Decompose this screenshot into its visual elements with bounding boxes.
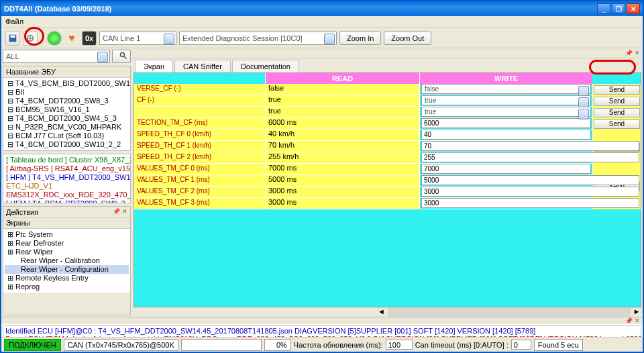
ecu-item[interactable]: ⊟ T4_VS_BCM_BIS_DDT2000_SW13_1 — [5, 79, 129, 88]
param-write-input[interactable] — [421, 198, 639, 208]
param-read: false — [265, 84, 419, 95]
param-row: VALUES_TM_CF 0 (ms)7000 msSend — [134, 164, 641, 175]
hex-mode-icon[interactable]: 0x — [82, 31, 97, 46]
session-item[interactable]: [ Airbag-SRS ] RSAT4_ACU_eng_v15 — [5, 164, 129, 173]
session-item[interactable]: [ HFM ] T4_VS_HFM_DDT2000_SW14.45 — [5, 173, 129, 182]
param-read: 5000 ms — [265, 175, 419, 186]
minimize-button[interactable]: _ — [597, 3, 610, 14]
param-write-combo[interactable]: false — [421, 84, 591, 94]
send-button[interactable]: Send — [594, 108, 640, 117]
session-list[interactable]: [ Tableau de bord ] Cluster X98_X87_X82_… — [3, 154, 130, 203]
timeout-label: Can timeout (ms) [0:AUTO] : — [415, 341, 508, 349]
send-button[interactable]: Send — [594, 97, 640, 106]
save-icon[interactable] — [5, 31, 20, 46]
zoom-out-button[interactable]: Zoom Out — [384, 32, 431, 45]
param-row: VALUES_TM_CF 3 (ms)3000 ms — [134, 198, 641, 209]
param-label: SPEED_TH_CF 0 (km/h) — [134, 130, 265, 140]
ecu-item[interactable]: ⊟ BII — [5, 88, 129, 97]
action-item[interactable]: ⊞ Ptc System — [5, 230, 129, 239]
session-select[interactable]: Extended Diagnostic Session [10C0] — [179, 32, 337, 45]
ecu-list-header: Название ЭБУ — [6, 68, 56, 76]
session-item[interactable]: [ HFM ] T4_BCM_DDT2000_SW8_3 — [5, 199, 129, 203]
param-write-cell — [419, 198, 641, 209]
heart-icon[interactable]: ♥ — [64, 31, 79, 46]
tab-documentation[interactable]: Documentation — [232, 60, 299, 72]
param-label: VALUES_TM_CF 1 (ms) — [134, 175, 265, 186]
action-item[interactable]: ⊞ Reprog — [5, 283, 129, 291]
left-sidebar: ALL Название ЭБУ ⊟ T4_VS_BCM_BIS_DDT2000… — [1, 48, 132, 317]
scan-ecu-icon[interactable] — [23, 31, 38, 46]
action-item[interactable]: Rear Wiper - Configuration — [5, 265, 129, 274]
ecu-item[interactable]: ⊟ T4_BCM_DDT2000_SW10_2_2 — [5, 140, 129, 149]
param-write-input[interactable] — [421, 187, 639, 197]
param-row: VERSE_CF (-)falsefalseSend — [134, 84, 641, 95]
session-item[interactable]: EMS312X_RDC_xxx_RDE_320_470_5C0_600_760_… — [5, 191, 129, 199]
ecu-item[interactable]: ⊟ BCM J77 CLot (Soft 10.03) — [5, 132, 129, 140]
action-tree[interactable]: ⊞ Ptc System⊞ Rear Defroster⊞ Rear Wiper… — [3, 229, 130, 293]
menubar: Файл — [1, 16, 643, 28]
send-button[interactable]: Send — [594, 85, 640, 95]
param-read: 40 km/h — [265, 130, 419, 140]
bus-select[interactable]: CAN Line 1 — [99, 32, 176, 45]
svg-rect-1 — [11, 35, 15, 38]
action-item[interactable]: ⊞ Rear Defroster — [5, 239, 129, 248]
param-read: true — [265, 107, 419, 117]
session-item[interactable]: [ Tableau de bord ] Cluster X98_X87_X82_… — [5, 156, 129, 164]
param-write-input[interactable] — [421, 175, 639, 185]
status-progress: 0% — [264, 339, 291, 351]
param-label: SPEED_TH_CF 2 (km/h) — [134, 152, 265, 163]
action-item[interactable]: ⊞ Rear Wiper — [5, 248, 129, 256]
ecu-item[interactable]: ⊟ T4_BCM_DDT2000_SW4_5_3 — [5, 114, 129, 123]
send-button[interactable]: Send — [594, 119, 640, 129]
param-write-combo[interactable]: true — [421, 107, 591, 117]
pin-icon[interactable]: 📌 ✕ — [625, 317, 640, 324]
status-found: Found 5 ecu — [534, 339, 583, 351]
tab-can-sniffer[interactable]: CAN Sniffer — [174, 60, 231, 72]
param-write-input[interactable] — [421, 152, 639, 162]
filter-combo[interactable]: ALL — [3, 50, 110, 63]
session-item[interactable]: ETC_HJD_V1 — [5, 182, 129, 191]
tab-screen[interactable]: Экран — [135, 60, 173, 72]
action-item[interactable]: ⊞ Secured Pairing — [5, 291, 129, 293]
param-read: 70 km/h — [265, 141, 419, 152]
ecu-item[interactable]: ⊟ Décodeur bi-fonction VP — [5, 149, 129, 150]
status-can: CAN (Tx0x745/Rx0x765)@500K — [64, 339, 178, 351]
pin-icon[interactable]: 📌 ✕ — [625, 50, 640, 56]
status-connected: ПОДКЛЮЧЕН — [4, 339, 61, 351]
screens-header: Экраны — [3, 218, 130, 229]
param-write-input[interactable] — [421, 141, 639, 151]
write-header: WRITE — [419, 73, 592, 84]
ecu-item[interactable]: ⊟ T4_BCM_DDT2000_SW8_3 — [5, 97, 129, 105]
svg-point-5 — [121, 53, 125, 57]
param-label: TECTION_TM_CF (ms) — [134, 118, 265, 129]
param-write-input[interactable] — [421, 164, 591, 174]
refresh-label: Частота обновления (ms): — [294, 341, 383, 349]
action-item[interactable]: ⊞ Remote Keyless Entry — [5, 274, 129, 283]
param-write-combo[interactable]: true — [421, 95, 591, 105]
ecu-tree[interactable]: ⊟ T4_VS_BCM_BIS_DDT2000_SW13_1⊟ BII⊟ T4_… — [3, 78, 130, 150]
param-read: 6000 ms — [265, 118, 419, 129]
pin-icon[interactable]: 📌 ✕ — [113, 208, 127, 216]
restore-button[interactable]: ❐ — [612, 3, 625, 14]
action-item[interactable]: Rear Wiper - Calibration — [5, 256, 129, 265]
tabs: Экран CAN Sniffer Documentation — [132, 58, 643, 72]
read-header: READ — [265, 73, 419, 84]
refresh-input[interactable] — [386, 340, 413, 350]
param-write-input[interactable] — [421, 118, 591, 128]
log-line: Identified ECU [HFM]@C0 : T4_VS_HFM_DDT2… — [5, 327, 639, 335]
param-write-input[interactable] — [421, 130, 591, 140]
param-row: VALUES_TM_CF 1 (ms)5000 ms — [134, 175, 641, 187]
ecu-item[interactable]: ⊟ BCM95_SW16_V16_1 — [5, 105, 129, 114]
param-label: VERSE_CF (-) — [134, 84, 265, 95]
close-button[interactable]: ✕ — [627, 3, 640, 14]
ecu-item[interactable]: ⊟ N_P32R_BCM_VC00_MHPARK — [5, 123, 129, 132]
timeout-input[interactable] — [511, 340, 531, 350]
refresh-icon[interactable] — [47, 31, 62, 46]
parameter-grid: READ WRITE VERSE_CF (-)falsefalseSendCF … — [133, 72, 641, 307]
zoom-in-button[interactable]: Zoom In — [339, 32, 381, 45]
param-write-cell: false — [419, 84, 592, 95]
search-button[interactable] — [112, 50, 131, 63]
param-row: SPEED_TH_CF 1 (km/h)70 km/h — [134, 141, 641, 152]
param-label: SPEED_TH_CF 1 (km/h) — [134, 141, 265, 152]
menu-file[interactable]: Файл — [5, 17, 23, 26]
